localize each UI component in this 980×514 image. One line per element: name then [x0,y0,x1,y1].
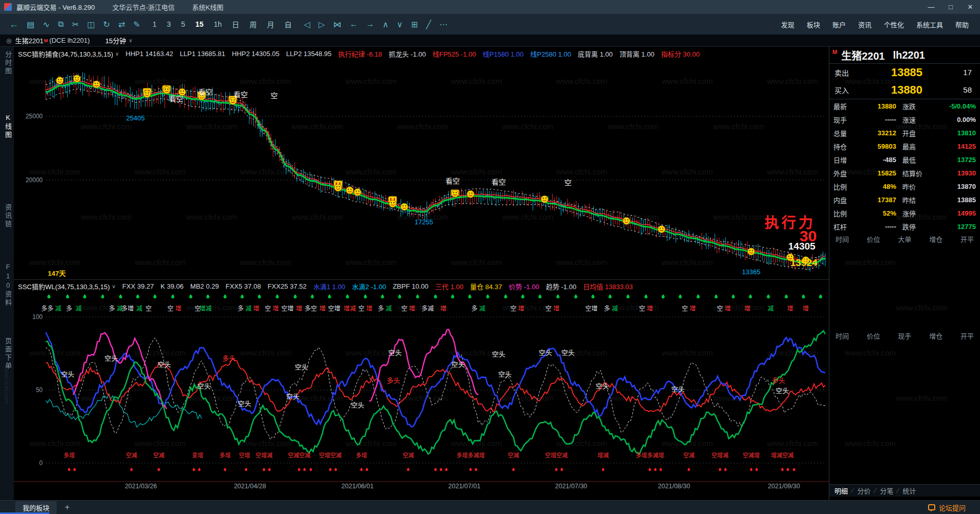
pane-divider[interactable] [14,279,829,280]
detail-header-bottom: 时间价位现手增仓开平 [829,331,980,341]
compare-icon[interactable]: ⇄ [114,20,129,29]
detail-col-0: 时间 [836,234,849,244]
buy-price: 13880 [858,83,955,97]
indicator1-caret-icon[interactable]: ∨ [115,51,119,57]
smiley-marker [56,77,63,84]
maximize-button[interactable]: □ [941,3,960,11]
sidebar-item-3[interactable]: F10资料 [3,263,13,307]
sell-price: 13885 [858,66,955,79]
period-button-5[interactable]: 日 [227,19,244,29]
toolbar-menu-6[interactable]: 帮助 [949,20,975,29]
price-point-label: 13365 [742,268,760,276]
indicator2-field-3: FXX5 37.08 [226,282,261,290]
smiley-marker [354,189,361,196]
toolbar-menu-0[interactable]: 发现 [775,20,801,29]
indicator-header-1: SSC猎豹捕食(34,75,130,3,5,15)∨HHP1 14163.42L… [18,49,700,59]
buy-quote-row[interactable]: 买入 13880 58 [829,81,980,99]
red-drop-icon [445,468,448,471]
green-drop-icon [538,294,541,298]
position-change-label: 空增 [585,305,597,312]
zoom-out-icon[interactable]: ◁ [300,20,314,29]
signal-text-label: 空减 [126,452,137,458]
signal-text-label: 空增减 [256,452,273,458]
sidebar-item-1[interactable]: K线图 [3,114,13,139]
position-change-label: 减 [479,305,485,312]
period-button-7[interactable]: 月 [262,19,279,29]
watermark: www.cfchi.com [845,258,896,267]
position-change-label: 空 [717,305,723,312]
quote-tab-3[interactable]: 统计 [903,486,916,495]
trend-label: 空头 [197,382,211,390]
position-change-label: 多 [471,305,478,312]
toolbar-menu-1[interactable]: 板块 [801,20,826,29]
period-button-4[interactable]: 1h [209,20,227,28]
period-button-1[interactable]: 3 [162,20,176,28]
contract-tab-icon[interactable]: ◎ [6,37,11,44]
overlay-icon[interactable]: ⧉ [54,20,68,29]
sidebar-item-2[interactable]: 资讯链 [3,204,13,228]
contract-tab-label[interactable]: 生猪2201 [15,36,43,45]
trend-label: 空头 [238,400,251,407]
add-board-button[interactable]: + [65,503,69,512]
indicator2-caret-icon[interactable]: ∨ [112,283,115,289]
minimize-button[interactable]: — [921,3,941,11]
quote-tab-0[interactable]: 明细 [834,486,848,495]
close-button[interactable]: ✕ [960,3,980,11]
period-button-6[interactable]: 周 [244,19,262,29]
signal-text-label: 空减 [683,452,695,458]
pan-right-icon[interactable]: → [362,20,378,29]
period-caret-icon[interactable]: ∨ [129,38,132,43]
quote-tab-1[interactable]: 分价 [857,486,870,495]
pan-left-icon[interactable]: ← [346,20,362,29]
toolbar-menu-2[interactable]: 账户 [826,20,852,29]
view-mode-label[interactable]: 系统K线图 [192,2,224,12]
forum-link[interactable]: 论坛提问 [928,503,966,512]
screenshot-icon[interactable]: ✂ [68,20,83,29]
red-drop-icon [750,468,753,471]
draw-icon[interactable]: ✎ [129,20,144,29]
x-axis-date: 2021/06/01 [341,483,374,490]
signal-text-label: 空减增 [742,452,759,458]
more-icon[interactable]: ⋯ [435,20,451,29]
pane-up-icon[interactable]: ∧ [378,20,393,29]
period-button-3[interactable]: 15 [190,20,209,28]
red-drop-icon [298,468,300,471]
crosshair-icon[interactable]: ⋈ [329,20,346,29]
trendline-icon[interactable]: ╱ [422,20,435,29]
toolbar-menu-4[interactable]: 个性化 [878,20,910,29]
indicator1-title[interactable]: SSC猎豹捕食(34,75,130,3,5,15) [18,49,113,59]
trend-label: 空头 [561,349,575,357]
sidebar-item-0[interactable]: 分时图 [3,51,13,76]
save-icon[interactable]: ◫ [83,20,99,29]
my-boards-tab[interactable]: 我的板块 [15,501,57,514]
back-icon[interactable]: ← [5,19,23,30]
smiley-marker [346,187,353,194]
period-button-2[interactable]: 5 [176,20,190,28]
period-button-0[interactable]: 1 [148,20,162,28]
position-change-label: 多 [109,305,115,312]
sell-quote-row[interactable]: 卖出 13885 17 [829,64,980,81]
period-label[interactable]: 15分钟 [105,36,126,45]
toolbar-menu-3[interactable]: 资讯 [852,20,878,29]
watermark: www.cfchi.com [896,394,947,402]
board-list-icon[interactable]: ▤ [23,20,39,29]
period-button-8[interactable]: 自 [279,19,297,29]
green-drop-icon [767,294,770,298]
position-change-label: 多减 [422,305,434,312]
red-drop-icon [719,468,721,471]
line-chart-icon[interactable]: ∿ [39,20,53,29]
green-drop-icon [626,294,629,298]
pane-down-icon[interactable]: ∨ [393,20,407,29]
server-node-label[interactable]: 文华云节点-浙江电信 [112,2,174,12]
quote-label: 最新 [833,101,858,111]
sidebar-item-4[interactable]: 页面下单 [3,338,13,370]
indicator2-field-1: K 39.06 [160,282,184,290]
zoom-in-icon[interactable]: ▷ [315,20,329,29]
indicator2-title[interactable]: SSC猎豹WL(34,75,130,3,5,15) [18,281,110,291]
chart-area[interactable]: SSC猎豹捕食(34,75,130,3,5,15)∨HHP1 14163.42L… [14,47,829,500]
grid-icon[interactable]: ⊞ [407,20,422,29]
refresh-icon[interactable]: ↻ [99,20,114,29]
quote-tab-2[interactable]: 分笔 [880,486,893,495]
quote-value: 13930 [928,169,976,177]
toolbar-menu-5[interactable]: 系统工具 [910,20,949,29]
